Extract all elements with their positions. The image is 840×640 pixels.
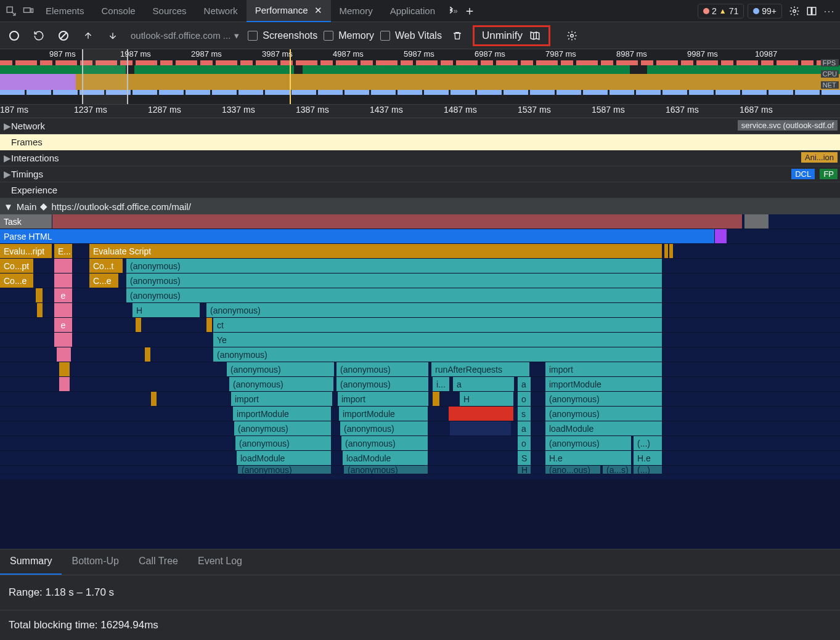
tab-event-log[interactable]: Event Log xyxy=(188,549,252,575)
timing-fp[interactable]: FP xyxy=(820,169,838,179)
flame-block[interactable] xyxy=(744,214,769,229)
tab-summary[interactable]: Summary xyxy=(0,549,62,575)
flame-block[interactable]: (anonymous) xyxy=(336,362,429,376)
clear-button[interactable] xyxy=(54,26,73,45)
track-interactions[interactable]: ▶ Interactions Ani...ion xyxy=(0,150,840,166)
tab-network[interactable]: Network xyxy=(195,1,247,21)
flame-block[interactable]: (...) xyxy=(634,436,663,450)
flame-block[interactable]: a xyxy=(453,377,515,391)
flame-block[interactable]: runAfterRequests xyxy=(431,362,530,376)
capture-settings-gear-icon[interactable] xyxy=(563,26,581,45)
flame-block[interactable]: H xyxy=(460,392,514,406)
dock-icon[interactable] xyxy=(803,2,820,20)
overview-selection[interactable] xyxy=(82,49,128,104)
flame-block[interactable] xyxy=(54,259,73,273)
tab-bottom-up[interactable]: Bottom-Up xyxy=(62,549,128,575)
interaction-block[interactable]: Ani...ion xyxy=(801,152,838,163)
flame-block[interactable] xyxy=(54,333,73,347)
disclosure-triangle-icon[interactable]: ▶ xyxy=(4,153,11,164)
flame-block[interactable]: (anonymous) xyxy=(227,362,335,376)
flame-block[interactable]: s xyxy=(518,407,531,421)
flame-block[interactable]: (anonymous) xyxy=(126,288,663,302)
flame-block[interactable]: import xyxy=(231,392,333,406)
flame-block[interactable]: H.e xyxy=(634,451,663,465)
flame-block[interactable] xyxy=(37,303,43,317)
flame-block[interactable]: S xyxy=(518,451,531,465)
flame-block[interactable] xyxy=(669,244,674,258)
flame-block[interactable]: (anonymous) xyxy=(344,466,428,474)
flame-block[interactable]: (anonymous) xyxy=(336,377,429,391)
flame-block[interactable]: Parse HTML xyxy=(0,229,715,243)
flame-block[interactable]: i... xyxy=(433,377,450,391)
device-toggle-icon[interactable] xyxy=(20,2,37,20)
flame-block[interactable]: (ano...ous) xyxy=(545,466,601,474)
unminify-button[interactable]: Unminify xyxy=(473,25,550,46)
upload-button[interactable] xyxy=(79,26,97,45)
track-main[interactable]: ▼ Main ◆ https://outlook-sdf.office.com/… xyxy=(0,198,840,214)
timing-dcl[interactable]: DCL xyxy=(791,169,815,179)
flame-block[interactable]: e xyxy=(54,318,73,332)
screenshots-checkbox[interactable]: Screenshots xyxy=(248,30,317,41)
trash-icon[interactable] xyxy=(448,26,467,45)
flame-block[interactable]: H xyxy=(133,303,200,317)
flame-block[interactable]: Co...pt xyxy=(0,259,34,273)
flame-block[interactable]: (anonymous) xyxy=(206,303,663,317)
add-tab-icon[interactable]: ＋ xyxy=(461,2,478,20)
flame-block[interactable] xyxy=(54,303,73,317)
track-timings[interactable]: ▶ Timings DCL FP xyxy=(0,166,840,182)
tab-sources[interactable]: Sources xyxy=(144,1,195,21)
flame-block[interactable]: loadModule xyxy=(545,421,663,435)
flame-block[interactable] xyxy=(54,273,73,288)
kebab-menu-icon[interactable]: ⋯ xyxy=(820,2,838,20)
flame-block[interactable]: a xyxy=(518,377,531,391)
flame-block[interactable]: e xyxy=(54,288,73,302)
tab-performance[interactable]: Performance ✕ xyxy=(247,0,331,22)
issues-info[interactable]: 99+ xyxy=(748,4,782,18)
flame-block[interactable]: (anonymous) xyxy=(234,421,332,435)
flame-block[interactable]: loadModule xyxy=(237,451,332,465)
timeline-overview[interactable]: 987 ms 1987 ms 2987 ms 3987 ms 4987 ms 5… xyxy=(0,49,840,105)
more-tabs-icon[interactable]: » xyxy=(444,2,461,20)
flame-block[interactable] xyxy=(145,347,151,362)
flame-block[interactable] xyxy=(206,318,213,332)
flame-block[interactable]: importModule xyxy=(545,377,663,391)
webvitals-checkbox[interactable]: Web Vitals xyxy=(380,30,442,41)
track-experience[interactable]: Experience xyxy=(0,182,840,198)
flame-block[interactable]: Evaluate Script xyxy=(89,244,663,258)
tab-memory[interactable]: Memory xyxy=(331,1,381,21)
flame-block[interactable] xyxy=(151,392,157,406)
flame-block[interactable]: (...) xyxy=(634,466,663,474)
tab-application[interactable]: Application xyxy=(381,1,444,21)
flame-block[interactable] xyxy=(433,392,440,406)
flame-block[interactable]: (anonymous) xyxy=(229,377,334,391)
disclosure-triangle-icon[interactable]: ▶ xyxy=(4,169,11,180)
flame-block[interactable]: (anonymous) xyxy=(545,392,663,406)
record-button[interactable] xyxy=(5,26,23,45)
flame-block[interactable]: C...e xyxy=(89,273,119,288)
flame-block[interactable] xyxy=(59,377,70,391)
flame-block[interactable]: (anonymous) xyxy=(235,436,332,450)
flame-block[interactable]: o xyxy=(518,392,531,406)
network-request-block[interactable]: service.svc (outlook-sdf.of xyxy=(738,120,838,131)
disclosure-triangle-icon[interactable]: ▼ xyxy=(4,201,13,212)
flame-block[interactable]: Co...t xyxy=(89,259,123,273)
flame-block[interactable]: (anonymous) xyxy=(545,436,632,450)
flame-block[interactable]: loadModule xyxy=(343,451,428,465)
flame-block[interactable]: (anonymous) xyxy=(545,407,663,421)
settings-gear-icon[interactable] xyxy=(786,2,803,20)
flame-block[interactable]: (anonymous) xyxy=(126,273,663,288)
flame-block[interactable]: (anonymous) xyxy=(238,466,332,474)
close-icon[interactable]: ✕ xyxy=(314,5,322,16)
flame-block[interactable]: import xyxy=(338,392,429,406)
track-network[interactable]: ▶ Network service.svc (outlook-sdf.of xyxy=(0,118,840,134)
flame-block[interactable]: (anonymous) xyxy=(340,421,428,435)
flame-block[interactable]: E... xyxy=(54,244,73,258)
flame-block[interactable] xyxy=(136,318,142,332)
flame-block[interactable] xyxy=(57,347,71,362)
flame-block[interactable]: a xyxy=(518,421,531,435)
flame-block[interactable] xyxy=(450,421,512,435)
flame-block[interactable]: (a...s) xyxy=(603,466,632,474)
reload-record-button[interactable] xyxy=(30,26,48,45)
flame-block[interactable] xyxy=(715,229,727,243)
flame-block[interactable]: H xyxy=(518,466,531,474)
